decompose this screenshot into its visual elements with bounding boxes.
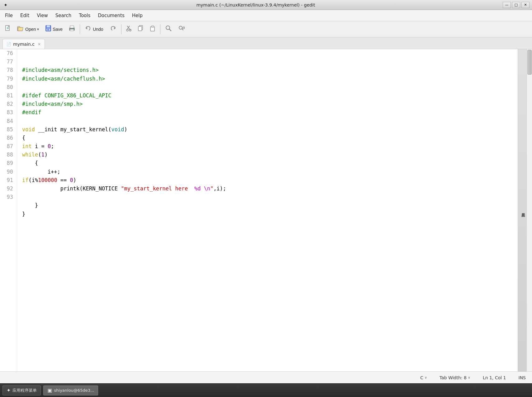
taskbar: ✦ 应用程序菜单 ▣ shiyanlou@65de3...: [0, 383, 532, 397]
menu-documents[interactable]: Documents: [94, 11, 128, 20]
menu-search[interactable]: Search: [52, 11, 75, 20]
undo-button[interactable]: Undo: [82, 23, 106, 35]
line-number: 91: [2, 176, 13, 184]
save-button[interactable]: Save: [42, 23, 65, 35]
file-tab[interactable]: 📄 mymain.c ×: [2, 39, 45, 49]
position-label: Ln 1, Col 1: [483, 375, 506, 380]
terminal-label: shiyanlou@65de3...: [54, 388, 94, 393]
code-line: #endif: [22, 108, 513, 117]
code-line: }: [22, 210, 513, 218]
find-replace-button[interactable]: [175, 23, 188, 35]
menu-file[interactable]: File: [1, 11, 17, 20]
copy-button[interactable]: [135, 23, 146, 35]
save-label: Save: [53, 27, 63, 32]
paste-icon: [150, 25, 155, 33]
terminal-button[interactable]: ▣ shiyanlou@65de3...: [43, 385, 98, 395]
tab-dropdown-icon[interactable]: ∨: [468, 376, 470, 380]
menu-view[interactable]: View: [33, 11, 52, 20]
cursor-position-status: Ln 1, Col 1: [483, 375, 506, 380]
tab-file-icon: 📄: [7, 42, 11, 46]
line-number: 79: [2, 75, 13, 83]
undo-label: Undo: [93, 27, 103, 32]
language-status[interactable]: C ∨: [420, 375, 427, 380]
code-line: [22, 193, 513, 201]
minimize-button[interactable]: —: [503, 2, 511, 8]
window-controls: — □ ✕: [503, 2, 530, 8]
code-line: {: [22, 134, 513, 142]
line-number: 90: [2, 168, 13, 176]
cut-icon: [126, 25, 132, 33]
app-icon: ✦: [2, 2, 9, 8]
svg-rect-22: [151, 26, 154, 27]
code-line: void __init my_start_kernel(void): [22, 125, 513, 134]
terminal-icon: ▣: [47, 387, 52, 393]
svg-line-26: [182, 29, 183, 30]
code-line: #include <asm/cacheflush.h>: [22, 75, 513, 83]
copy-icon: [138, 25, 144, 33]
maximize-button[interactable]: □: [512, 2, 520, 8]
code-line: #include <asm/sections.h>: [22, 66, 513, 74]
code-line: #ifdef CONFIG_X86_LOCAL_APIC: [22, 91, 513, 100]
scrollbar[interactable]: [526, 49, 532, 371]
toolbar-separator-3: [160, 24, 160, 34]
tab-width-status[interactable]: Tab Width: 8 ∨: [439, 375, 470, 380]
menu-edit[interactable]: Edit: [17, 11, 33, 20]
open-icon: [17, 25, 24, 33]
line-number: 77: [2, 58, 13, 66]
language-label: C: [420, 375, 423, 380]
window-title: mymain.c (~/LinuxKernel/linux-3.9.4/myke…: [9, 2, 503, 7]
line-number: 81: [2, 91, 13, 100]
save-icon: [45, 25, 51, 33]
line-number: 78: [2, 66, 13, 74]
code-editor[interactable]: #include <asm/sections.h>#include <asm/c…: [17, 49, 518, 371]
paste-button[interactable]: [147, 23, 158, 35]
insert-mode-status: INS: [519, 375, 526, 380]
tabs-area: 📄 mymain.c ×: [0, 37, 532, 49]
menu-help[interactable]: Help: [128, 11, 146, 20]
close-button[interactable]: ✕: [521, 2, 530, 8]
open-button[interactable]: Open ▾: [14, 23, 42, 35]
code-line: }: [22, 201, 513, 210]
language-dropdown-icon[interactable]: ∨: [425, 376, 427, 380]
right-panel: 显示工具栏: [518, 49, 526, 371]
line-number: 89: [2, 159, 13, 167]
print-button[interactable]: [66, 23, 78, 35]
apps-menu-label: 应用程序菜单: [12, 388, 37, 393]
svg-rect-11: [70, 29, 74, 31]
apps-menu-icon: ✦: [7, 387, 11, 393]
line-number: 85: [2, 125, 13, 134]
open-label: Open: [25, 27, 36, 32]
redo-icon: [110, 25, 116, 33]
menubar: File Edit View Search Tools Documents He…: [0, 10, 532, 21]
code-line: [22, 83, 513, 91]
line-number: 84: [2, 117, 13, 125]
cut-button[interactable]: [123, 23, 135, 35]
line-number: 88: [2, 151, 13, 159]
svg-rect-20: [138, 26, 142, 31]
svg-rect-8: [47, 29, 49, 30]
line-number: 86: [2, 134, 13, 142]
line-number: 82: [2, 100, 13, 108]
scrollbar-thumb[interactable]: [527, 50, 532, 75]
line-number: 92: [2, 184, 13, 193]
editor-container: 767778798081828384858687888990919293 #in…: [0, 49, 532, 371]
line-number: 80: [2, 83, 13, 91]
tab-close-button[interactable]: ×: [38, 42, 41, 46]
undo-icon: [85, 25, 92, 33]
titlebar: ✦ mymain.c (~/LinuxKernel/linux-3.9.4/my…: [0, 0, 532, 10]
code-line: [22, 117, 513, 125]
line-number: 83: [2, 108, 13, 117]
open-dropdown-icon[interactable]: ▾: [37, 27, 39, 31]
apps-menu-button[interactable]: ✦ 应用程序菜单: [2, 385, 41, 395]
new-button[interactable]: [2, 23, 14, 35]
svg-rect-6: [47, 26, 50, 27]
toolbar-separator-2: [121, 24, 121, 34]
redo-button[interactable]: [107, 23, 119, 35]
menu-tools[interactable]: Tools: [75, 11, 94, 20]
find-button[interactable]: [162, 23, 175, 35]
line-number: 93: [2, 193, 13, 201]
find-replace-icon: [178, 25, 186, 33]
svg-line-24: [169, 29, 171, 31]
toolbar: Open ▾ Save: [0, 21, 532, 37]
code-line: #include <asm/smp.h>: [22, 100, 513, 108]
